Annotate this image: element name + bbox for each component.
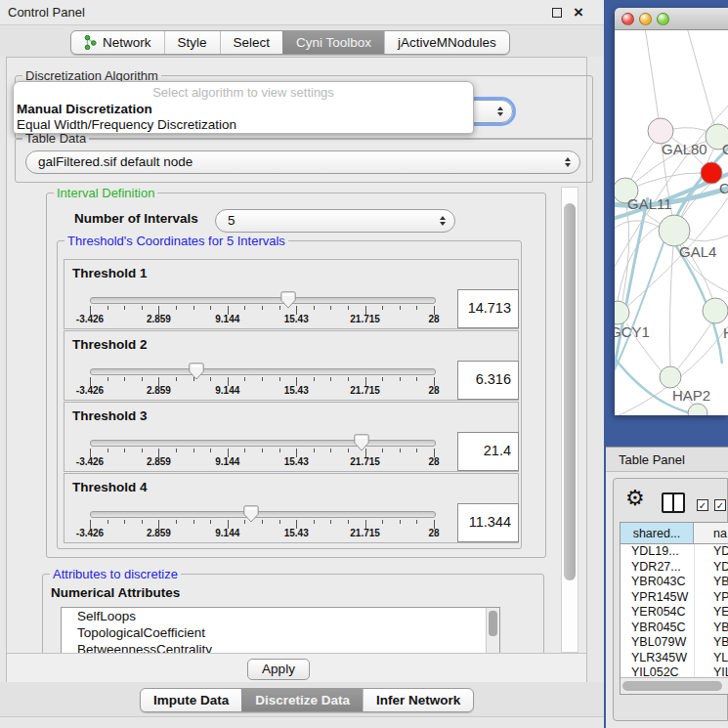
numerical-attributes-list[interactable]: SelfLoopsTopologicalCoefficientBetweenne… xyxy=(61,607,500,660)
apply-button[interactable]: Apply xyxy=(247,659,310,680)
slider-tick xyxy=(210,520,211,524)
slider-tick xyxy=(416,449,417,452)
slider-tick-label: 28 xyxy=(428,456,439,467)
threshold-slider[interactable]: -3.4262.8599.14415.4321.71528 xyxy=(64,260,518,328)
minimize-traffic-button[interactable] xyxy=(639,13,652,25)
slider-track[interactable] xyxy=(90,368,436,375)
column-browser-icon[interactable] xyxy=(662,492,685,513)
algorithm-option-equal-width[interactable]: Equal Width/Frequency Discretization xyxy=(17,117,470,133)
attribute-list-item[interactable]: SelfLoops xyxy=(62,608,499,624)
tab-style[interactable]: Style xyxy=(164,31,220,54)
network-canvas[interactable]: GAL80GACGAL11GAL4GCY1HHAP2 xyxy=(615,30,728,415)
network-edge[interactable] xyxy=(687,30,714,125)
table-cell: YBL0 xyxy=(694,635,728,651)
slider-tick-label: 9.144 xyxy=(215,456,239,467)
float-window-icon[interactable] xyxy=(552,8,562,18)
list-scrollbar-thumb[interactable] xyxy=(489,611,497,636)
network-edge-highlighted[interactable] xyxy=(615,197,648,369)
tab-label: Impute Data xyxy=(153,693,229,707)
slider-tick xyxy=(400,377,401,381)
column-header-shared-name[interactable]: shared... xyxy=(621,523,694,544)
tab-network[interactable]: Network xyxy=(71,31,164,54)
threshold-slider[interactable]: -3.4262.8599.14415.4321.71528 xyxy=(64,474,518,542)
top-tab-group: NetworkStyleSelectCyni ToolboxjActiveMNo… xyxy=(70,30,510,55)
checkbox-icon[interactable]: ✓ xyxy=(697,499,708,511)
table-row[interactable]: YDR27...YDR2 xyxy=(621,560,728,576)
slider-tick xyxy=(348,306,349,310)
slider-tick xyxy=(314,377,315,381)
table-row[interactable]: YER054CYER0 xyxy=(621,605,728,621)
slider-tick-label: 2.859 xyxy=(147,314,171,324)
threshold-value-field[interactable]: 14.713 xyxy=(457,289,519,328)
tab-label: Discretize Data xyxy=(255,693,350,707)
threshold-value-field[interactable]: 6.316 xyxy=(457,361,519,400)
bottom-tab-infer-network[interactable]: Infer Network xyxy=(363,689,473,711)
threshold-value-field[interactable]: 21.4 xyxy=(457,432,519,471)
slider-tick xyxy=(210,306,211,310)
checkbox-icon[interactable]: ✓ xyxy=(714,499,726,511)
list-scrollbar[interactable] xyxy=(486,608,499,659)
slider-thumb[interactable] xyxy=(243,505,259,523)
table-row[interactable]: YBR045CYBR0 xyxy=(621,621,728,636)
combo-stepper-icon xyxy=(497,107,503,116)
table-horizontal-scrollbar[interactable] xyxy=(621,677,728,694)
slider-tick-label: 2.859 xyxy=(147,456,171,467)
table-row[interactable]: YBL079WYBL0 xyxy=(621,635,728,651)
node-label: H xyxy=(723,324,728,341)
table-data-combobox[interactable]: galFiltered.sif default node xyxy=(25,150,580,174)
gear-icon[interactable]: ⚙ xyxy=(625,487,645,510)
table-hscrollbar-thumb[interactable] xyxy=(622,681,722,691)
network-node[interactable] xyxy=(660,366,681,388)
slider-tick-label: 15.43 xyxy=(284,528,309,538)
slider-tick xyxy=(124,520,125,524)
slider-tick xyxy=(279,449,280,452)
network-edge[interactable] xyxy=(645,30,659,119)
tab-jactivemnodules[interactable]: jActiveMNodules xyxy=(384,31,509,54)
slider-tick xyxy=(314,306,315,310)
screenshot-root: Control Panel × NetworkStyleSelectCyni T… xyxy=(0,0,728,728)
network-node[interactable] xyxy=(703,298,728,323)
algorithm-option-manual[interactable]: Manual Discretization xyxy=(17,102,470,117)
slider-thumb[interactable] xyxy=(354,434,369,451)
slider-track[interactable] xyxy=(90,440,436,447)
table-cell: YER054C xyxy=(621,605,694,621)
slider-tick xyxy=(124,377,125,381)
threshold-slider[interactable]: -3.4262.8599.14415.4321.71528 xyxy=(64,331,518,400)
table-row[interactable]: YDL19...YDL1 xyxy=(621,544,728,560)
table-row[interactable]: YLR345WYLR3 xyxy=(621,651,728,666)
column-header-name[interactable]: na xyxy=(694,523,728,544)
attribute-list-item[interactable]: TopologicalCoefficient xyxy=(62,624,499,641)
node-table[interactable]: shared... na YDL19...YDL1YDR27...YDR2YBR… xyxy=(620,522,728,695)
table-row[interactable]: YBR043CYBR0 xyxy=(621,575,728,590)
slider-tick xyxy=(107,520,108,524)
network-node[interactable] xyxy=(659,215,690,246)
slider-tick-label: -3.426 xyxy=(76,528,104,538)
threshold-value-field[interactable]: 11.344 xyxy=(457,503,519,542)
tab-select[interactable]: Select xyxy=(220,31,283,54)
slider-tick xyxy=(107,449,108,452)
slider-thumb[interactable] xyxy=(189,363,204,380)
number-of-intervals-combobox[interactable]: 5 xyxy=(215,209,455,233)
slider-track[interactable] xyxy=(90,511,436,518)
zoom-traffic-button[interactable] xyxy=(657,13,669,25)
bottom-tab-impute-data[interactable]: Impute Data xyxy=(141,689,241,711)
slider-tick-label: 21.715 xyxy=(350,528,380,538)
control-panel-title: Control Panel xyxy=(8,0,85,25)
threshold-slider[interactable]: -3.4262.8599.14415.4321.71528 xyxy=(64,403,518,471)
settings-scrollbar-thumb[interactable] xyxy=(564,203,576,580)
slider-track[interactable] xyxy=(90,297,436,304)
close-traffic-button[interactable] xyxy=(621,13,634,25)
slider-thumb[interactable] xyxy=(280,291,296,309)
table-row[interactable]: YPR145WYPR1 xyxy=(621,590,728,606)
network-edge[interactable] xyxy=(686,235,728,241)
settings-scrollbar[interactable] xyxy=(561,187,578,653)
network-node[interactable] xyxy=(688,404,707,415)
node-label: HAP2 xyxy=(672,387,710,404)
bottom-tab-discretize-data[interactable]: Discretize Data xyxy=(241,689,363,711)
tab-cyni-toolbox[interactable]: Cyni Toolbox xyxy=(282,31,384,54)
slider-tick xyxy=(348,449,349,452)
node-label: C xyxy=(719,180,728,196)
network-edge[interactable] xyxy=(677,323,711,369)
slider-tick-label: -3.426 xyxy=(76,456,104,467)
close-icon[interactable]: × xyxy=(571,1,586,24)
